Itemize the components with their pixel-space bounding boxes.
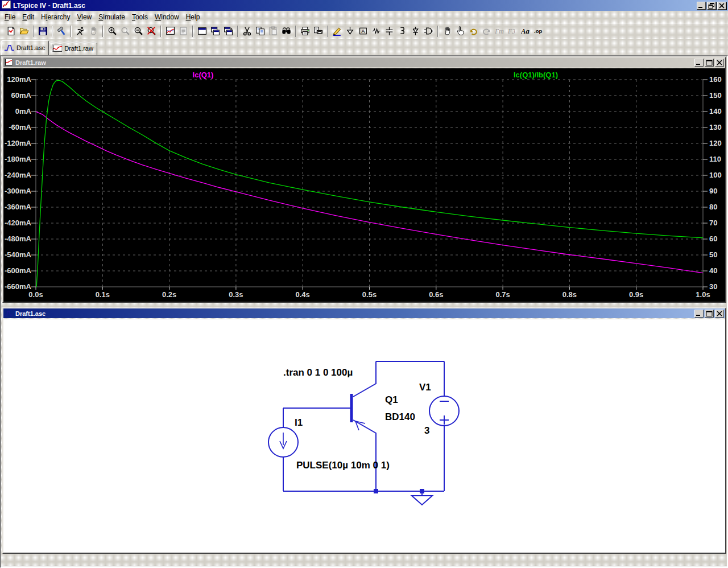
- copy-button[interactable]: [254, 24, 267, 38]
- v1-name[interactable]: V1: [419, 382, 431, 393]
- menu-hierarchy[interactable]: Hierarchy: [39, 12, 72, 22]
- v1-value[interactable]: 3: [424, 426, 429, 436]
- menu-simulate[interactable]: Simulate: [97, 12, 127, 22]
- right-axis-label: 40: [709, 267, 717, 275]
- x-axis-label: 1.0s: [696, 291, 710, 299]
- right-axis-label: 160: [709, 76, 722, 84]
- move-button[interactable]: [441, 24, 454, 38]
- transistor-emitter[interactable]: [353, 420, 376, 491]
- tab-bar: Draft1.ascDraft1.raw: [0, 39, 728, 55]
- print-preview-button[interactable]: [312, 24, 325, 38]
- component-button[interactable]: [422, 24, 435, 38]
- left-axis-label: -480mA: [5, 235, 31, 243]
- new-schematic-button[interactable]: [5, 24, 18, 38]
- left-axis-label: -300mA: [5, 187, 31, 195]
- halt-button[interactable]: [87, 24, 100, 38]
- right-axis-label: 120: [709, 139, 722, 147]
- tile-vertical-button[interactable]: [209, 24, 222, 38]
- i1-value[interactable]: PULSE(10µ 10m 0 1): [296, 460, 390, 471]
- app-restore-button[interactable]: [707, 2, 716, 10]
- cut-button[interactable]: [241, 24, 254, 38]
- trace-label[interactable]: Ic(Q1): [193, 71, 214, 79]
- toolbar-separator: [160, 26, 162, 37]
- undo-button[interactable]: [467, 24, 480, 38]
- text-button[interactable]: Aa: [519, 24, 532, 38]
- save-button[interactable]: [36, 24, 49, 38]
- toolbar: AFmF3Aa.op: [0, 23, 728, 39]
- spice-directive[interactable]: .tran 0 1 0 100µ: [283, 368, 353, 378]
- window-title: LTspice IV - Draft1.asc: [13, 2, 697, 10]
- zoom-back-button[interactable]: [119, 24, 132, 38]
- menu-edit[interactable]: Edit: [20, 12, 36, 22]
- zoom-out-button[interactable]: [132, 24, 145, 38]
- menu-view[interactable]: View: [75, 12, 93, 22]
- schematic-canvas[interactable]: .tran 0 1 0 100µ Q1 BD140 V1 3 I1 PULSE(…: [3, 319, 725, 553]
- left-axis-label: -360mA: [5, 203, 31, 211]
- left-axis-label: 120mA: [7, 76, 31, 84]
- print-button[interactable]: [299, 24, 312, 38]
- run-button[interactable]: [74, 24, 87, 38]
- meas-fm-button[interactable]: Fm: [493, 24, 506, 38]
- waveform-window-icon: [5, 59, 13, 66]
- diode-button[interactable]: [409, 24, 422, 38]
- transistor-collector[interactable]: [353, 361, 376, 397]
- open-file-button[interactable]: [18, 24, 31, 38]
- netlist-button[interactable]: [177, 24, 190, 38]
- toolbar-separator: [192, 26, 193, 37]
- drag-button[interactable]: [454, 24, 467, 38]
- wire-button[interactable]: [330, 24, 344, 38]
- schematic-window-icon: [5, 310, 13, 317]
- app-minimize-button[interactable]: [697, 2, 706, 10]
- app-icon: [2, 1, 11, 11]
- ground-button[interactable]: [344, 24, 357, 38]
- right-axis-label: 50: [709, 251, 717, 259]
- schematic-window-minimize-button[interactable]: [694, 310, 704, 318]
- menu-window[interactable]: Window: [153, 12, 181, 22]
- right-axis-label: 80: [709, 203, 717, 211]
- transistor-value[interactable]: BD140: [385, 412, 415, 422]
- zoom-full-button[interactable]: [145, 24, 158, 38]
- waveform-window-title: Draft1.raw: [14, 59, 693, 66]
- waveform-window-maximize-button[interactable]: [705, 59, 714, 67]
- ground-symbol[interactable]: [412, 491, 432, 505]
- schematic-window-close-button[interactable]: [715, 310, 724, 318]
- meas-ft-button[interactable]: F3: [506, 24, 519, 38]
- waveform-plot-canvas[interactable]: 120mA60mA0mA-60mA-120mA-180mA-240mA-300m…: [3, 68, 725, 302]
- waveform-window-minimize-button[interactable]: [694, 59, 704, 67]
- control-panel-button[interactable]: [55, 24, 68, 38]
- waveform-window-close-button[interactable]: [715, 59, 724, 67]
- menu-tools[interactable]: Tools: [130, 12, 150, 22]
- toolbar-separator: [237, 26, 238, 37]
- zoom-in-button[interactable]: [106, 24, 119, 38]
- find-button[interactable]: [280, 24, 293, 38]
- transistor-name[interactable]: Q1: [385, 395, 398, 405]
- tile-horizontal-button[interactable]: [196, 24, 209, 38]
- cascade-button[interactable]: [222, 24, 235, 38]
- toolbar-separator: [327, 26, 328, 37]
- schematic-window-maximize-button[interactable]: [705, 310, 714, 318]
- trace-label[interactable]: Ic(Q1)/Ib(Q1): [514, 71, 558, 79]
- resistor-button[interactable]: [370, 24, 383, 38]
- menu-file[interactable]: File: [3, 12, 17, 22]
- i1-name[interactable]: I1: [295, 418, 303, 428]
- transistor-base-bar[interactable]: [350, 394, 353, 422]
- waveform-window-titlebar: Draft1.raw: [3, 57, 725, 67]
- app-titlebar: LTspice IV - Draft1.asc: [0, 0, 728, 11]
- inductor-button[interactable]: [396, 24, 409, 38]
- net-label-button[interactable]: A: [357, 24, 370, 38]
- autorange-button[interactable]: [164, 24, 177, 38]
- x-axis-label: 0.6s: [429, 291, 443, 299]
- capacitor-button[interactable]: [383, 24, 396, 38]
- paste-button[interactable]: [267, 24, 280, 38]
- right-axis-label: 140: [709, 108, 722, 116]
- redo-button[interactable]: [480, 24, 493, 38]
- right-axis-label: 90: [709, 187, 717, 195]
- tab-draft1.asc[interactable]: Draft1.asc: [1, 40, 49, 55]
- menu-help[interactable]: Help: [184, 12, 202, 22]
- app-close-button[interactable]: [717, 2, 726, 10]
- right-axis-label: 110: [709, 155, 721, 163]
- right-axis-label: 100: [709, 171, 722, 179]
- op-directive-button[interactable]: .op: [532, 24, 545, 38]
- left-axis-label: -420mA: [5, 219, 31, 227]
- tab-draft1.raw[interactable]: Draft1.raw: [49, 42, 97, 55]
